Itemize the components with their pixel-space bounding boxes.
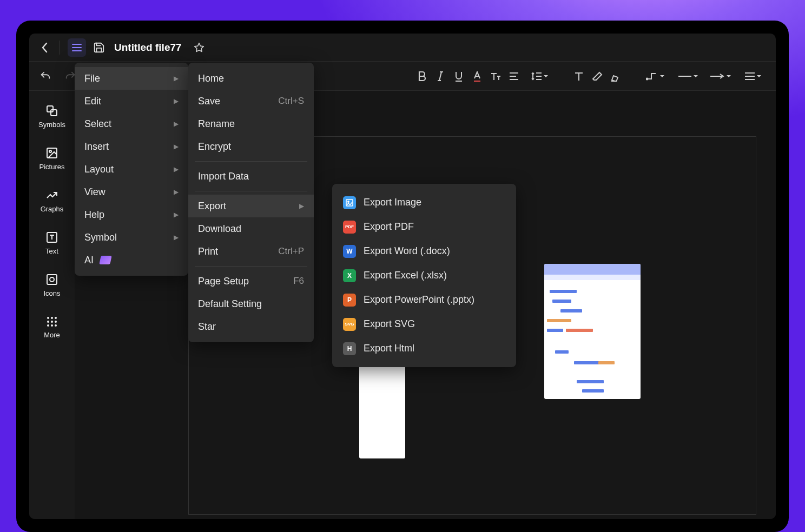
arrow-style-button[interactable] — [704, 68, 736, 85]
line-spacing-button[interactable] — [524, 68, 555, 85]
svg-point-26 — [49, 150, 51, 152]
pdf-file-icon: PDF — [343, 221, 356, 234]
menu-item-ai[interactable]: AI — [75, 249, 188, 271]
menu-item-layout[interactable]: Layout▶ — [75, 158, 188, 181]
toolbar-undo-group — [37, 68, 79, 85]
highlight-button[interactable] — [607, 68, 624, 85]
menu-item-label: Edit — [84, 96, 101, 107]
arrow-icon — [709, 74, 725, 79]
menu-item-encrypt[interactable]: Encrypt — [188, 135, 314, 158]
save-icon — [93, 42, 105, 54]
menu-item-label: Export Html — [364, 343, 414, 354]
hamburger-icon — [71, 43, 82, 52]
menu-item-export-pdf[interactable]: PDFExport PDF — [332, 215, 516, 239]
menu-item-help[interactable]: Help▶ — [75, 203, 188, 226]
sidebar-label: Text — [45, 247, 58, 255]
menu-item-label: Page Setup — [198, 276, 249, 287]
menu-item-export-excel-xlsx-[interactable]: XExport Excel (.xlsx) — [332, 263, 516, 288]
sidebar-icons[interactable]: Icons — [29, 264, 75, 306]
bold-icon — [417, 71, 427, 82]
menu-item-label: Rename — [198, 118, 235, 130]
menu-item-download[interactable]: Download — [188, 217, 314, 240]
favorite-button[interactable] — [190, 39, 208, 56]
star-icon — [194, 42, 204, 53]
connector-button[interactable] — [639, 68, 671, 85]
sidebar-pictures[interactable]: Pictures — [29, 137, 75, 179]
bold-button[interactable] — [413, 68, 431, 85]
menu-item-label: File — [84, 73, 100, 84]
chevron-right-icon: ▶ — [174, 165, 179, 173]
eraser-button[interactable] — [589, 68, 606, 85]
device-frame: Untitled file77 — [16, 21, 789, 532]
menu-item-label: Help — [84, 209, 104, 221]
font-color-button[interactable] — [469, 68, 486, 85]
menu-item-label: Symbol — [84, 232, 117, 243]
menu-item-star[interactable]: Star — [188, 315, 314, 338]
italic-button[interactable] — [432, 68, 449, 85]
sidebar-label: More — [44, 331, 60, 339]
target-icon — [45, 273, 58, 286]
menu-item-symbol[interactable]: Symbol▶ — [75, 226, 188, 249]
menu-item-select[interactable]: Select▶ — [75, 112, 188, 135]
menu-item-home[interactable]: Home — [188, 67, 314, 90]
menu-item-rename[interactable]: Rename — [188, 112, 314, 135]
sidebar-label: Graphs — [41, 205, 64, 213]
chevron-down-icon — [544, 74, 548, 78]
menu-item-label: Print — [198, 246, 218, 257]
menu-item-label: Export PDF — [364, 221, 414, 232]
svg-point-33 — [47, 321, 49, 323]
svg-point-32 — [55, 317, 57, 319]
menu-item-label: Save — [198, 96, 220, 107]
svg-point-40 — [348, 201, 349, 202]
menu-item-export-html[interactable]: HExport Html — [332, 336, 516, 361]
underline-icon — [454, 71, 464, 82]
gantt-thumbnail[interactable] — [544, 264, 641, 399]
menu-item-export[interactable]: Export▶ — [188, 195, 314, 217]
menu-item-page-setup[interactable]: Page SetupF6 — [188, 270, 314, 292]
menu-item-view[interactable]: View▶ — [75, 181, 188, 203]
menu-item-insert[interactable]: Insert▶ — [75, 135, 188, 158]
sidebar-graphs[interactable]: Graphs — [29, 179, 75, 222]
menu-item-print[interactable]: PrintCtrl+P — [188, 240, 314, 263]
eraser-icon — [592, 71, 603, 82]
menu-item-export-svg[interactable]: SVGExport SVG — [332, 312, 516, 336]
shapes-icon — [45, 104, 58, 117]
back-button[interactable] — [37, 40, 52, 55]
menu-shortcut: Ctrl+S — [278, 96, 304, 107]
chevron-right-icon: ▶ — [174, 97, 179, 105]
menu-item-file[interactable]: File▶ — [75, 67, 188, 90]
text-tool-button[interactable] — [570, 68, 588, 85]
menu-item-label: Export — [198, 201, 226, 212]
menu-item-label: Export SVG — [364, 318, 415, 330]
svg-point-38 — [55, 324, 57, 327]
grid-dots-icon — [46, 316, 58, 328]
file-title[interactable]: Untitled file77 — [114, 42, 182, 54]
hamburger-menu-button[interactable] — [68, 38, 86, 57]
menu-item-export-powerpoint-pptx-[interactable]: PExport PowerPoint (.pptx) — [332, 288, 516, 312]
svg-point-37 — [51, 324, 53, 327]
text-icon — [45, 231, 58, 244]
w-file-icon: W — [343, 245, 356, 258]
sidebar-more[interactable]: More — [29, 306, 75, 348]
chevron-right-icon: ▶ — [174, 211, 179, 218]
menu-item-export-image[interactable]: Export Image — [332, 190, 516, 215]
menu-item-save[interactable]: SaveCtrl+S — [188, 90, 314, 112]
text-tool-icon — [573, 71, 584, 82]
chevron-right-icon: ▶ — [174, 234, 179, 241]
menu-item-import-data[interactable]: Import Data — [188, 165, 314, 188]
sidebar-symbols[interactable]: Symbols — [29, 95, 75, 137]
line-style-button[interactable] — [672, 68, 703, 85]
x-file-icon: X — [343, 269, 356, 282]
underline-button[interactable] — [450, 68, 467, 85]
left-sidebar: Symbols Pictures Graphs Text Icons More — [29, 91, 75, 519]
sidebar-label: Icons — [43, 289, 60, 297]
undo-button[interactable] — [37, 68, 54, 85]
sidebar-text[interactable]: Text — [29, 222, 75, 264]
list-style-button[interactable] — [737, 68, 768, 85]
align-button[interactable] — [505, 68, 523, 85]
menu-item-edit[interactable]: Edit▶ — [75, 90, 188, 112]
text-size-button[interactable] — [487, 68, 504, 85]
menu-item-export-word-docx-[interactable]: WExport Word (.docx) — [332, 239, 516, 263]
save-button[interactable] — [91, 40, 107, 55]
menu-item-default-setting[interactable]: Default Setting — [188, 292, 314, 315]
